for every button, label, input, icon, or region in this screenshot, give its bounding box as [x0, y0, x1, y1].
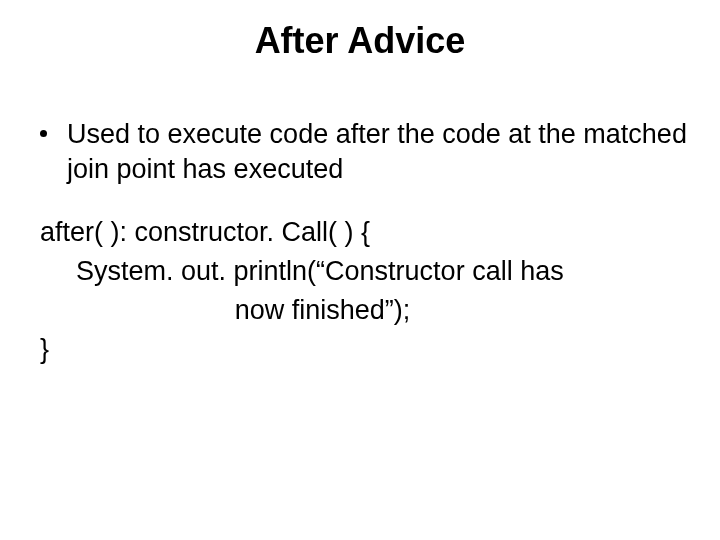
slide-title: After Advice — [30, 18, 690, 65]
bullet-item: Used to execute code after the code at t… — [40, 117, 690, 187]
bullet-icon — [40, 130, 47, 137]
slide: After Advice Used to execute code after … — [0, 0, 720, 540]
code-line-3: now finished”); — [40, 293, 690, 328]
code-line-2: System. out. println(“Constructor call h… — [40, 254, 690, 289]
slide-content: Used to execute code after the code at t… — [30, 117, 690, 368]
code-line-1: after( ): constructor. Call( ) { — [40, 215, 690, 250]
code-block: after( ): constructor. Call( ) { System.… — [40, 215, 690, 367]
bullet-text: Used to execute code after the code at t… — [67, 117, 690, 187]
code-line-4: } — [40, 332, 690, 367]
